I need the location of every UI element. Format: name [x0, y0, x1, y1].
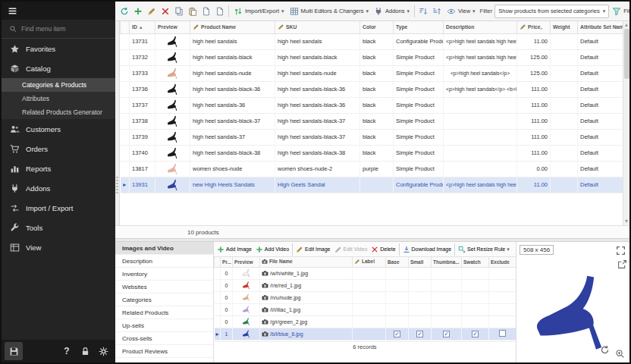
edit-product-button[interactable]: [145, 4, 158, 18]
edit-video-button[interactable]: Edit Video: [333, 245, 369, 254]
img-col-header-base[interactable]: Base: [386, 257, 409, 267]
paste-button[interactable]: [186, 4, 199, 18]
image-row[interactable]: 0/l/i/lilac_1.jpg: [215, 303, 516, 315]
refresh-button[interactable]: [118, 4, 130, 18]
img-col-header-file-name[interactable]: File Name: [260, 257, 353, 267]
image-row[interactable]: ▸1/b/l/blue_6.jpg✓✓✓✓: [215, 328, 516, 340]
sidebar-item-orders[interactable]: Orders: [2, 139, 115, 158]
image-row[interactable]: 0/n/u/nude.jpg: [215, 291, 516, 303]
sidebar-item-view[interactable]: View: [2, 237, 115, 257]
sort-ascending-button[interactable]: [417, 4, 430, 18]
col-header-product-name[interactable]: Product Name: [190, 21, 275, 33]
import-export-button[interactable]: Import/Export▾: [231, 5, 287, 17]
row-expander[interactable]: ▸: [121, 177, 130, 193]
col-header-expander[interactable]: [121, 21, 130, 33]
product-row[interactable]: 13738high heel sandals-black-37high heel…: [121, 113, 623, 129]
tab-images-and-video[interactable]: Images and Video: [115, 242, 213, 255]
sort-descending-button[interactable]: [431, 4, 444, 18]
sidebar-item-addons[interactable]: Addons: [2, 178, 115, 198]
base-checkbox[interactable]: ✓: [394, 331, 400, 337]
col-header-price[interactable]: Price,: [517, 21, 551, 33]
image-row[interactable]: 0/g/r/green_2.jpg: [215, 315, 516, 328]
grid-vertical-scrollbar[interactable]: [623, 21, 629, 225]
addons-button[interactable]: Addons▾: [372, 5, 412, 17]
img-col-header-label[interactable]: Label: [353, 257, 386, 267]
sidebar-item-import-export[interactable]: Import / Export: [2, 198, 115, 218]
col-header-id[interactable]: ID▲: [130, 21, 155, 33]
sidebar-item-reports[interactable]: Reports: [2, 158, 115, 178]
sidebar-item-categories-products[interactable]: Categories & Products: [2, 78, 115, 92]
delete-product-button[interactable]: [159, 4, 171, 18]
tab-product-reviews[interactable]: Product Reviews: [115, 345, 213, 358]
settings-button[interactable]: [94, 342, 112, 360]
img-col-header-swatch[interactable]: Swatch: [462, 257, 489, 267]
product-row[interactable]: 13817women shoes-nudewomen shoes-nude-2p…: [121, 161, 623, 177]
col-header-weight[interactable]: Weight: [551, 21, 578, 33]
scrollbar-thumb[interactable]: [624, 29, 629, 79]
scroll-up-icon[interactable]: [624, 22, 629, 28]
refresh-preview-icon[interactable]: [600, 345, 610, 355]
tab-websites[interactable]: Websites: [115, 281, 213, 293]
view-button[interactable]: View▾: [444, 5, 478, 17]
swatch-checkbox[interactable]: ✓: [472, 331, 479, 337]
add-video-button[interactable]: Add Video: [254, 245, 290, 254]
sidebar-item-catalog[interactable]: Catalog: [2, 58, 115, 78]
hamburger-menu-icon[interactable]: [8, 6, 17, 16]
col-header-type[interactable]: Type: [394, 21, 444, 33]
save-button[interactable]: [5, 342, 23, 360]
product-row[interactable]: 13739high heel sandals-37high heel sanda…: [121, 129, 623, 145]
lock-button[interactable]: [76, 342, 94, 360]
col-header-color[interactable]: Color: [360, 21, 394, 33]
thumbnail-checkbox[interactable]: ✓: [443, 331, 450, 337]
add-image-button[interactable]: Add Image: [215, 245, 253, 254]
col-header-preview[interactable]: Preview: [155, 21, 190, 33]
product-row[interactable]: ▸13931new High Heels SandalsHigh Geels S…: [121, 177, 623, 193]
img-col-header-expander[interactable]: [215, 257, 221, 267]
tab-up-sells[interactable]: Up-sells: [115, 319, 213, 332]
product-row[interactable]: 13736high heel sandals-black-36high heel…: [121, 81, 623, 97]
zoom-icon[interactable]: [615, 349, 625, 359]
sidebar-item-tools[interactable]: Tools: [2, 218, 115, 237]
img-col-header-pr[interactable]: Pr...: [221, 257, 233, 267]
sidebar-item-attributes[interactable]: Attributes: [2, 92, 115, 105]
tab-cross-sells[interactable]: Cross-sells: [115, 332, 213, 345]
tab-description[interactable]: Description: [115, 255, 213, 268]
sidebar-item-customers[interactable]: Customers: [2, 119, 115, 139]
set-resize-rule-button[interactable]: Set Resize Rule▾: [457, 245, 511, 254]
small-checkbox[interactable]: ✓: [416, 331, 423, 337]
img-col-header-exclude[interactable]: Exclude: [489, 257, 516, 267]
col-header-attribute-set-name[interactable]: Attribute Set Name: [578, 21, 623, 33]
filters-button[interactable]: Filters▾: [610, 5, 629, 17]
download-image-button[interactable]: Download Image: [401, 245, 454, 254]
sidebar-search-input[interactable]: Find menu item: [2, 20, 115, 39]
col-header-sku[interactable]: SKU: [275, 21, 360, 33]
export-doc-button[interactable]: [199, 4, 212, 18]
product-row[interactable]: 13740high heel sandals-black-38high heel…: [121, 145, 623, 161]
row-expander[interactable]: ▸: [215, 328, 221, 340]
edit-image-button[interactable]: Edit Image: [294, 245, 331, 254]
copy-button[interactable]: [172, 4, 185, 18]
tab-inventory[interactable]: Inventory: [115, 268, 213, 281]
scroll-down-icon[interactable]: [624, 218, 629, 224]
img-col-header-thumbna[interactable]: Thumbna...: [432, 257, 462, 267]
col-header-description[interactable]: Description: [444, 21, 517, 33]
img-col-header-small[interactable]: Small: [409, 257, 432, 267]
fullscreen-icon[interactable]: [616, 246, 626, 256]
report-doc-button[interactable]: [213, 4, 226, 18]
multi-editors-button[interactable]: Multi Editors & Changers▾: [287, 5, 371, 17]
tab-related-products[interactable]: Related Products: [115, 306, 213, 319]
help-button[interactable]: ?: [58, 342, 76, 360]
sidebar-item-favorites[interactable]: Favorites: [2, 39, 115, 58]
img-col-header-preview[interactable]: Preview: [233, 257, 260, 267]
sidebar-item-related-products-generator[interactable]: Related Products Generator: [2, 105, 115, 119]
exclude-checkbox[interactable]: [499, 330, 506, 337]
image-row[interactable]: 0/r/e/red_1.jpg: [215, 279, 516, 291]
add-product-button[interactable]: [131, 4, 144, 18]
delete-image-button[interactable]: Delete: [369, 245, 397, 254]
product-row[interactable]: 13737high heel sandals-36high heel sanda…: [121, 97, 623, 113]
product-row[interactable]: 13731high heel sandalshigh heel sandalsb…: [121, 33, 623, 49]
category-filter-select[interactable]: Show products from selected categories▾: [494, 5, 609, 18]
tab-categories[interactable]: Categories: [115, 293, 213, 306]
product-row[interactable]: 13732high heel sandals-blackhigh heel sa…: [121, 49, 623, 65]
product-row[interactable]: 13733high heel sandals-nudehigh heel san…: [121, 65, 623, 81]
